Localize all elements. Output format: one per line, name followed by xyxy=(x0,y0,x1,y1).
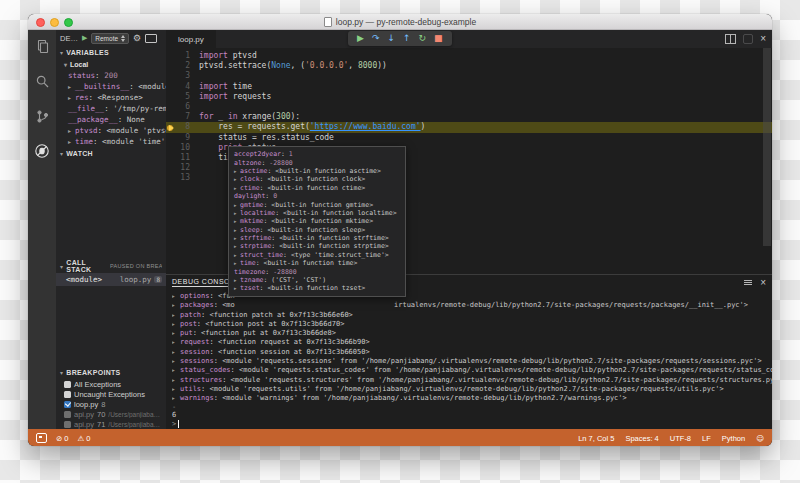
code-line[interactable]: 3 xyxy=(166,71,772,81)
panel-menu-icon[interactable] xyxy=(744,280,752,285)
zoom-window-button[interactable] xyxy=(64,18,73,27)
popup-variable-row[interactable]: ▸ gmtime: <built-in function gmtime> xyxy=(232,200,402,208)
breakpoint-checkbox[interactable] xyxy=(64,421,71,428)
gutter-margin[interactable] xyxy=(166,51,175,61)
close-window-button[interactable] xyxy=(36,18,45,27)
popup-variable-row[interactable]: accept2dyear: 1 xyxy=(232,150,402,158)
breakpoint-checkbox[interactable] xyxy=(64,381,71,388)
gutter-margin[interactable] xyxy=(166,163,175,173)
gutter-margin[interactable] xyxy=(166,133,175,143)
popup-variable-row[interactable]: ▸ tzset: <built-in function tzset> xyxy=(232,284,402,292)
breakpoint-row[interactable]: Uncaught Exceptions xyxy=(56,389,166,399)
breakpoints-section-header[interactable]: ▾ BREAKPOINTS xyxy=(56,366,166,379)
preview-icon[interactable] xyxy=(743,34,753,44)
variable-row[interactable]: ▸ ptvsd: <module 'ptvsd' fro… xyxy=(56,125,166,136)
popup-variable-row[interactable]: timezone: -28800 xyxy=(232,267,402,275)
call-stack-section-header[interactable]: ▾ CALL STACK PAUSED ON BREAKPO… xyxy=(56,260,166,273)
source-control-icon[interactable] xyxy=(34,108,50,124)
variables-section-header[interactable]: ▾ VARIABLES xyxy=(56,46,166,59)
code-line[interactable]: 8 res = requests.get('https://www.baidu.… xyxy=(166,122,772,132)
popup-variable-row[interactable]: ▸ strftime: <built-in function strftime> xyxy=(232,234,402,242)
problems-warnings[interactable]: ⚠ 0 xyxy=(77,434,90,443)
popup-variable-row[interactable]: ▸ mktime: <built-in function mktime> xyxy=(232,217,402,225)
feedback-smiley-icon[interactable]: ☺ xyxy=(756,434,764,443)
popup-variable-row[interactable]: ▸ time: <built-in function time> xyxy=(232,259,402,267)
breakpoint-row[interactable]: loop.py 8 xyxy=(56,399,166,409)
popup-variable-row[interactable]: altzone: -28800 xyxy=(232,158,402,166)
debug-icon[interactable] xyxy=(34,143,50,159)
popup-variable-row[interactable]: ▸ clock: <built-in function clock> xyxy=(232,175,402,183)
variable-row[interactable]: __package__: None xyxy=(56,114,166,125)
console-row[interactable]: ▸ structures: <module 'requests.structur… xyxy=(172,376,772,385)
debug-config-dropdown[interactable]: Remote xyxy=(91,33,129,44)
expand-icon[interactable]: ▸ xyxy=(68,94,75,101)
gutter-margin[interactable] xyxy=(166,82,175,92)
language-mode[interactable]: Python xyxy=(722,434,745,443)
configure-gear-icon[interactable]: ⚙ xyxy=(133,34,141,43)
breakpoint-checkbox[interactable] xyxy=(64,391,71,398)
variable-row[interactable]: __file__: '/tmp/py-remote-… xyxy=(56,103,166,114)
watch-section-header[interactable]: ▾ WATCH xyxy=(56,147,166,160)
debug-console-toggle-icon[interactable] xyxy=(145,34,157,43)
code-line[interactable]: 5import requests xyxy=(166,92,772,102)
console-row[interactable]: ▸ utils: <module 'requests.utils' from '… xyxy=(172,385,772,394)
code-line[interactable]: 4import time xyxy=(166,82,772,92)
step-into-icon[interactable]: ↓ xyxy=(387,34,395,43)
gutter-margin[interactable] xyxy=(166,173,175,183)
console-row[interactable]: ▸ request: <function request at 0x7f13c3… xyxy=(172,338,772,347)
expand-icon[interactable]: ▸ xyxy=(172,348,180,357)
console-row[interactable]: ▸ status_codes: <module 'requests.status… xyxy=(172,366,772,375)
console-output[interactable]: ▸ options: <fun ▸ packages: <mo xyxy=(166,290,772,429)
expand-icon[interactable]: ▸ xyxy=(68,138,75,145)
start-debug-icon[interactable]: ▶ xyxy=(82,34,87,42)
expand-icon[interactable]: ▸ xyxy=(172,338,180,347)
code-line[interactable]: 6 xyxy=(166,102,772,112)
gutter-margin[interactable] xyxy=(166,143,175,153)
expand-icon[interactable]: ▸ xyxy=(172,311,180,320)
remote-window-icon[interactable] xyxy=(36,433,47,443)
popup-variable-row[interactable]: ▸ asctime: <built-in function asctime> xyxy=(232,167,402,175)
explorer-icon[interactable] xyxy=(34,38,50,54)
variable-row[interactable]: ▸ time: <module 'time' (buil… xyxy=(56,136,166,147)
gutter-margin[interactable] xyxy=(166,61,175,71)
code-line[interactable]: 9 status = res.status_code xyxy=(166,133,772,143)
stop-icon[interactable]: ■ xyxy=(434,34,443,43)
gutter-margin[interactable] xyxy=(166,153,175,163)
expand-icon[interactable]: ▸ xyxy=(172,385,180,394)
console-row[interactable]: ▸ patch: <function patch at 0x7f13c3b66e… xyxy=(172,311,772,320)
expand-icon[interactable]: ▸ xyxy=(172,320,180,329)
stack-frame-row[interactable]: <module> loop.py 8 xyxy=(56,273,166,286)
console-row[interactable]: ▸ put: <function put at 0x7f13c3b66de8> xyxy=(172,329,772,338)
breakpoint-row[interactable]: api.py 71 /Users/panjiaba… xyxy=(56,419,166,429)
encoding[interactable]: UTF-8 xyxy=(670,434,691,443)
variable-row[interactable]: ▸ __builtins__: <module '__b… xyxy=(56,81,166,92)
popup-variable-row[interactable]: ▸ strptime: <built-in function strptime> xyxy=(232,242,402,250)
step-out-icon[interactable]: ↑ xyxy=(403,34,411,43)
expand-icon[interactable]: ▸ xyxy=(172,301,180,310)
popup-variable-row[interactable]: ▸ ctime: <built-in function ctime> xyxy=(232,184,402,192)
expand-icon[interactable]: ▸ xyxy=(68,127,75,134)
panel-close-icon[interactable]: × xyxy=(760,278,766,288)
console-row[interactable]: ▸ packages: <mo irtualenvs/remote-debug/… xyxy=(172,301,772,310)
close-editor-icon[interactable]: × xyxy=(760,34,766,44)
console-row[interactable]: ▸ warnings: <module 'warnings' from '/ho… xyxy=(172,394,772,403)
editor-scrollbar[interactable] xyxy=(763,48,771,246)
tab-loop-py[interactable]: loop.py xyxy=(166,30,216,48)
search-icon[interactable] xyxy=(34,73,50,89)
expand-icon[interactable]: ▸ xyxy=(172,376,180,385)
console-row[interactable]: ▸ sessions: <module 'requests.sessions' … xyxy=(172,357,772,366)
breakpoint-row[interactable]: api.py 70 /Users/panjiaba… xyxy=(56,409,166,419)
code-line[interactable]: 2ptvsd.settrace(None, ('0.0.0.0', 8000)) xyxy=(166,61,772,71)
step-over-icon[interactable]: ↷ xyxy=(372,34,380,43)
code-line[interactable]: 7for _ in xrange(300): xyxy=(166,112,772,122)
gutter-margin[interactable] xyxy=(166,71,175,81)
popup-variable-row[interactable]: daylight: 0 xyxy=(232,192,402,200)
gutter-margin[interactable] xyxy=(166,112,175,122)
indentation[interactable]: Spaces: 4 xyxy=(625,434,658,443)
variable-row[interactable]: ▸ res: <Response> xyxy=(56,92,166,103)
popup-variable-row[interactable]: ▸ tzname: ('CST', 'CST') xyxy=(232,276,402,284)
expand-icon[interactable]: ▸ xyxy=(172,394,180,403)
current-line-marker[interactable] xyxy=(166,122,175,132)
gutter-margin[interactable] xyxy=(166,102,175,112)
breakpoint-checkbox[interactable] xyxy=(64,411,71,418)
